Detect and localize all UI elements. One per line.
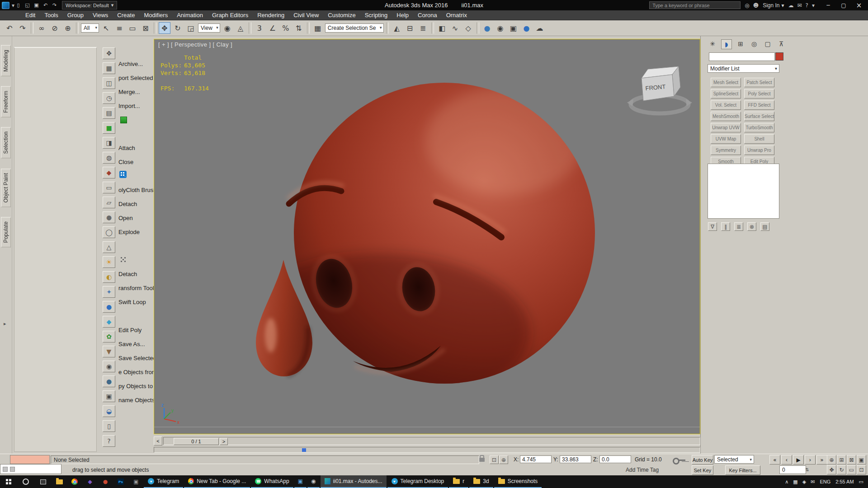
left-toolbar-icon[interactable]: ◷: [103, 92, 115, 104]
3dsmax-logo-icon[interactable]: [2, 2, 9, 9]
undo-icon[interactable]: ↶: [4, 22, 15, 34]
pinned-file-explorer[interactable]: [52, 475, 67, 488]
left-toolbar-icon[interactable]: ▯: [103, 420, 115, 432]
graphite-ribbon-icon[interactable]: ◧: [436, 22, 448, 34]
remove-modifier-icon[interactable]: ⊗: [747, 222, 756, 231]
left-toolbar-icon[interactable]: ◆: [103, 167, 115, 178]
pin-stack-icon[interactable]: ∇: [708, 222, 717, 231]
modifier-set-button[interactable]: Shell: [744, 134, 774, 144]
next-key-button[interactable]: >: [220, 438, 228, 445]
left-toolbar-icon[interactable]: ▼: [103, 346, 115, 357]
macro-recorder-line[interactable]: [10, 455, 50, 464]
selection-lock-icon[interactable]: [479, 458, 485, 462]
zoom-extents-icon[interactable]: ⊠: [847, 455, 856, 465]
taskbar-app-telegram-desktop[interactable]: ➤ Telegram Desktop: [387, 475, 448, 488]
menu-item[interactable]: Civil View: [289, 11, 323, 19]
toolbar-icon[interactable]: [249, 22, 251, 34]
modifier-list-dropdown[interactable]: Modifier List: [708, 64, 779, 73]
user-avatar-icon[interactable]: ☻: [753, 2, 759, 9]
left-toolbar-icon[interactable]: ◍: [103, 152, 115, 164]
start-button[interactable]: [0, 475, 17, 488]
left-toolbar-icon[interactable]: ●: [103, 301, 115, 313]
modifier-set-button[interactable]: MeshSmooth: [711, 112, 741, 121]
action-center-icon[interactable]: ▭: [859, 479, 863, 485]
x-coordinate-field[interactable]: 4.745: [520, 455, 552, 463]
left-toolbar-icon[interactable]: ●: [103, 375, 115, 387]
taskbar-app[interactable]: ◉: [307, 475, 319, 488]
create-tab[interactable]: ✳: [708, 39, 717, 48]
ribbon-expand-icon[interactable]: ▸: [4, 321, 6, 327]
select-and-scale-icon[interactable]: ◲: [185, 22, 197, 34]
named-selection-sets-dropdown[interactable]: Create Selection Se: [325, 23, 384, 33]
modifier-set-button[interactable]: Poly Select: [744, 89, 774, 99]
left-toolbar-icon[interactable]: ▱: [103, 197, 115, 208]
schematic-view-icon[interactable]: ◇: [462, 22, 474, 34]
modifier-set-button[interactable]: Patch Select: [744, 78, 774, 87]
left-toolbar-icon[interactable]: ▤: [103, 107, 115, 119]
viewport[interactable]: FRONT x y z [ + ] [ Perspective ] [ Clay…: [154, 39, 700, 434]
show-end-result-icon[interactable]: ∥: [721, 222, 730, 231]
modifier-set-button[interactable]: Unwrap Pro: [744, 145, 774, 155]
minimize-button[interactable]: ─: [821, 0, 836, 10]
zoom-region-icon[interactable]: ▭: [847, 465, 856, 474]
previous-key-button[interactable]: <: [154, 436, 162, 446]
taskbar-search-button[interactable]: [17, 475, 34, 488]
a360-icon[interactable]: ☁: [788, 2, 794, 9]
cluster-dots-icon[interactable]: [120, 257, 127, 263]
utilities-tab[interactable]: ⊼: [776, 39, 786, 48]
language-indicator[interactable]: ENG: [820, 479, 830, 484]
select-and-move-icon[interactable]: ✥: [159, 22, 170, 34]
pan-icon[interactable]: ✥: [827, 465, 836, 474]
modifier-set-button[interactable]: TurboSmooth: [744, 123, 774, 132]
select-and-rotate-icon[interactable]: ↻: [172, 22, 184, 34]
object-color-swatch[interactable]: [775, 52, 783, 61]
left-toolbar-icon[interactable]: ◫: [103, 77, 115, 89]
polycloth-qr-icon[interactable]: [119, 171, 127, 178]
left-toolbar-icon[interactable]: ▭: [103, 182, 115, 193]
menu-item[interactable]: Ornatrix: [442, 11, 472, 19]
angle-snap-icon[interactable]: ∠: [267, 22, 278, 34]
percent-snap-icon[interactable]: %: [280, 22, 292, 34]
absolute-mode-icon[interactable]: ⊡: [490, 455, 499, 464]
ribbon-tab[interactable]: Selection: [1, 127, 11, 158]
configure-modifier-sets-icon[interactable]: ▤: [760, 222, 769, 231]
communication-center-icon[interactable]: ✉: [797, 2, 802, 9]
menu-item[interactable]: Edit: [21, 11, 40, 19]
toolbar-icon[interactable]: [431, 22, 434, 34]
zoom-icon[interactable]: ⊕: [827, 455, 836, 465]
select-and-manipulate-icon[interactable]: ◬: [235, 22, 246, 34]
pinned-browser[interactable]: [67, 475, 82, 488]
taskbar-app-3dsmax[interactable]: ii01.max - Autodes...: [321, 475, 387, 488]
modifier-stack-list[interactable]: [708, 164, 779, 219]
zoom-all-icon[interactable]: ⊞: [837, 455, 846, 465]
reference-coordinate-dropdown[interactable]: View: [198, 23, 220, 33]
ribbon-tab[interactable]: Freeform: [1, 86, 11, 117]
left-toolbar-icon[interactable]: ◯: [103, 226, 115, 238]
message-icon[interactable]: ✉: [811, 479, 815, 485]
toolbar-icon[interactable]: [154, 22, 156, 34]
modify-tab[interactable]: ◗: [721, 39, 732, 49]
play-button[interactable]: ▶: [793, 455, 804, 465]
material-editor-icon[interactable]: ●: [481, 22, 493, 34]
task-view-button[interactable]: [34, 475, 52, 488]
zoom-extents-all-icon[interactable]: ▣: [857, 455, 866, 465]
track-bar[interactable]: [154, 447, 700, 453]
make-unique-icon[interactable]: ≣: [734, 222, 743, 231]
current-frame-field[interactable]: 0: [779, 465, 806, 474]
bind-to-space-warp-icon[interactable]: ⊕: [62, 22, 74, 34]
previous-frame-button[interactable]: ‹: [781, 455, 792, 465]
search-input[interactable]: [649, 1, 741, 9]
taskbar-app-chrome[interactable]: New Tab - Google ...: [184, 475, 250, 488]
go-to-end-button[interactable]: »: [816, 455, 827, 465]
taskbar-app-telegram[interactable]: ➤ Telegram: [144, 475, 183, 488]
select-and-link-icon[interactable]: ∞: [36, 22, 47, 34]
taskbar-folder-screenshots[interactable]: Screenshots: [494, 475, 542, 488]
taskbar-folder-r[interactable]: r: [449, 475, 468, 488]
modifier-set-button[interactable]: Mesh Select: [711, 78, 741, 87]
viewcube[interactable]: FRONT: [627, 66, 692, 113]
tray-expand-icon[interactable]: ∧: [785, 479, 788, 485]
a360-render-icon[interactable]: ☁: [534, 22, 546, 34]
ribbon-tab[interactable]: Populate: [1, 217, 11, 247]
z-coordinate-field[interactable]: 0.0: [599, 455, 631, 463]
time-slider-thumb[interactable]: 0 / 1: [174, 438, 219, 445]
